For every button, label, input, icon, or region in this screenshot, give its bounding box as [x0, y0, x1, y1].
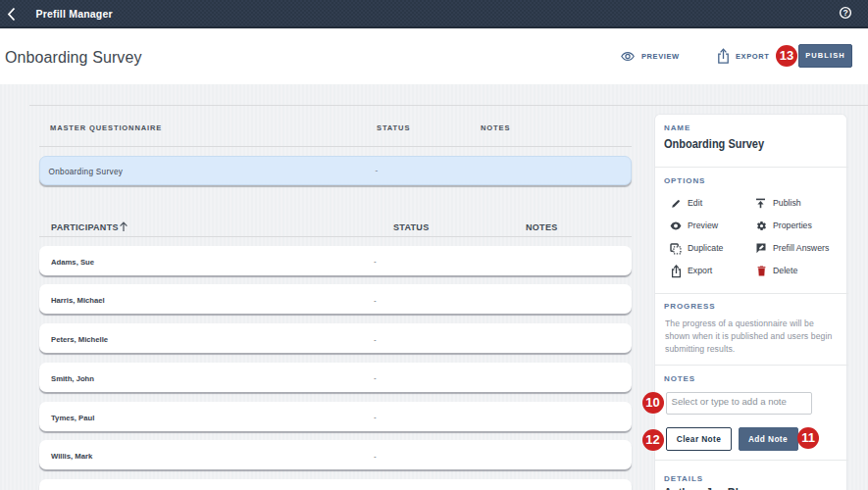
svg-text:?: ? — [842, 8, 847, 18]
